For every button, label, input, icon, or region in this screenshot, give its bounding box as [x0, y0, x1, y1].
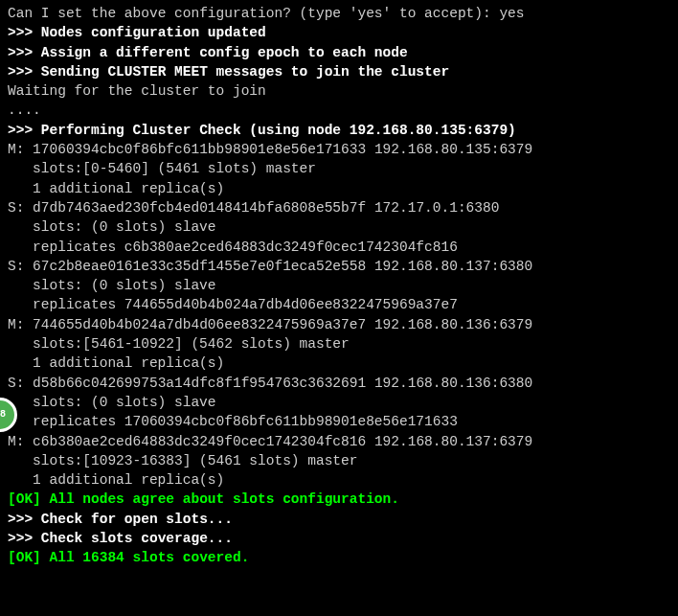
node-header: M: 744655d40b4b024a7db4d06ee8322475969a3… — [8, 315, 670, 334]
node-slots: slots:[10923-16383] (5461 slots) master — [8, 451, 670, 470]
node-addr: 192.168.80.136:6380 — [374, 376, 532, 391]
node-header: S: 67c2b8eae0161e33c35df1455e7e0f1eca52e… — [8, 257, 670, 276]
status-dots: .... — [8, 101, 670, 120]
terminal-output: Can I set the above configuration? (type… — [8, 4, 670, 568]
node-header: M: c6b380ae2ced64883dc3249f0cec1742304fc… — [8, 432, 670, 451]
node-extra: replicates 17060394cbc0f86bfc611bb98901e… — [8, 412, 670, 431]
node-role: S — [8, 259, 16, 274]
node-entry: M: 17060394cbc0f86bfc611bb98901e8e56e171… — [8, 140, 670, 198]
node-id: c6b380ae2ced64883dc3249f0cec1742304fc816 — [33, 434, 366, 449]
status-sending-meet: >>> Sending CLUSTER MEET messages to joi… — [8, 62, 670, 81]
status-performing-check: >>> Performing Cluster Check (using node… — [8, 121, 670, 140]
node-addr: 192.168.80.135:6379 — [374, 142, 532, 157]
node-extra: 1 additional replica(s) — [8, 470, 670, 490]
node-entry: M: c6b380ae2ced64883dc3249f0cec1742304fc… — [8, 432, 670, 491]
node-entry: M: 744655d40b4b024a7db4d06ee8322475969a3… — [8, 315, 670, 374]
node-header: S: d58b66c042699753a14dfc8f1f954763c3632… — [8, 374, 670, 393]
status-waiting: Waiting for the cluster to join — [8, 81, 670, 101]
node-role: M — [8, 317, 16, 332]
prompt-answer: yes — [499, 6, 524, 21]
node-role: S — [8, 376, 16, 391]
node-header: M: 17060394cbc0f86bfc611bb98901e8e56e171… — [8, 140, 670, 159]
node-addr: 172.17.0.1:6380 — [374, 200, 500, 216]
node-slots: slots: (0 slots) slave — [8, 217, 670, 237]
node-role: M — [8, 142, 16, 157]
node-slots: slots:[0-5460] (5461 slots) master — [8, 159, 670, 178]
node-id: d58b66c042699753a14dfc8f1f954763c3632691 — [33, 376, 366, 391]
node-extra: replicates c6b380ae2ced64883dc3249f0cec1… — [8, 238, 670, 257]
result-check-open: >>> Check for open slots... — [8, 510, 670, 529]
node-id: 67c2b8eae0161e33c35df1455e7e0f1eca52e558 — [33, 259, 366, 274]
node-role: S — [8, 200, 16, 216]
result-covered: [OK] All 16384 slots covered. — [8, 548, 670, 567]
node-addr: 192.168.80.137:6380 — [374, 259, 532, 274]
node-slots: slots: (0 slots) slave — [8, 393, 670, 412]
node-role: M — [8, 434, 16, 449]
prompt-line: Can I set the above configuration? (type… — [8, 4, 670, 23]
status-config-updated: >>> Nodes configuration updated — [8, 23, 670, 42]
node-id: 17060394cbc0f86bfc611bb98901e8e56e171633 — [33, 142, 366, 157]
node-extra: 1 additional replica(s) — [8, 179, 670, 198]
status-assign-epoch: >>> Assign a different config epoch to e… — [8, 43, 670, 62]
node-extra: 1 additional replica(s) — [8, 354, 670, 373]
node-slots: slots: (0 slots) slave — [8, 276, 670, 295]
node-extra: replicates 744655d40b4b024a7db4d06ee8322… — [8, 295, 670, 314]
node-entry: S: d58b66c042699753a14dfc8f1f954763c3632… — [8, 374, 670, 432]
node-addr: 192.168.80.136:6379 — [374, 317, 532, 332]
result-check-coverage: >>> Check slots coverage... — [8, 529, 670, 548]
node-entry: S: d7db7463aed230fcb4ed0148414bfa6808e55… — [8, 198, 670, 257]
result-agree: [OK] All nodes agree about slots configu… — [8, 490, 670, 509]
node-id: 744655d40b4b024a7db4d06ee8322475969a37e7 — [33, 317, 366, 332]
node-addr: 192.168.80.137:6379 — [374, 434, 532, 449]
node-id: d7db7463aed230fcb4ed0148414bfa6808e55b7f — [33, 200, 366, 216]
node-slots: slots:[5461-10922] (5462 slots) master — [8, 334, 670, 354]
node-entry: S: 67c2b8eae0161e33c35df1455e7e0f1eca52e… — [8, 257, 670, 315]
prompt-question: Can I set the above configuration? (type… — [8, 6, 499, 21]
node-header: S: d7db7463aed230fcb4ed0148414bfa6808e55… — [8, 198, 670, 217]
